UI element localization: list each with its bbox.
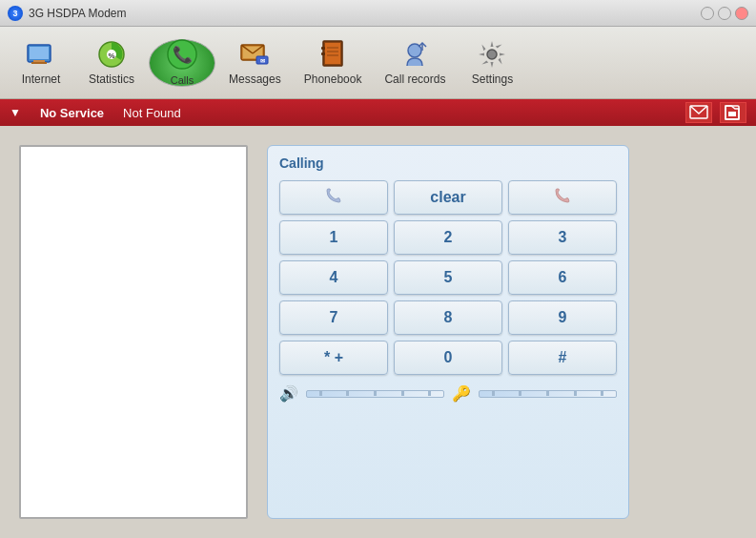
call-icon — [325, 187, 342, 208]
svg-rect-16 — [325, 43, 340, 64]
clear-label: clear — [430, 189, 465, 206]
key-3[interactable]: 3 — [508, 220, 617, 255]
nav-item-messages[interactable]: ✉ Messages — [219, 32, 291, 93]
nav-item-settings[interactable]: Settings — [459, 32, 525, 93]
key-star-plus-label: * + — [324, 349, 343, 366]
nav-item-statistics[interactable]: % Statistics — [78, 32, 145, 93]
key-9[interactable]: 9 — [508, 300, 617, 335]
phonebook-icon — [317, 39, 348, 70]
not-found-text: Not Found — [123, 106, 181, 120]
settings-label: Settings — [472, 72, 513, 86]
svg-rect-2 — [33, 60, 45, 62]
key-0-label: 0 — [444, 349, 453, 366]
caller-display — [19, 145, 248, 519]
key-1-label: 1 — [330, 229, 338, 246]
key-6[interactable]: 6 — [508, 260, 617, 295]
calling-panel: Calling clear — [267, 145, 629, 519]
hangup-icon — [554, 187, 571, 208]
calling-title: Calling — [279, 155, 617, 171]
key-9-label: 9 — [559, 309, 567, 326]
svg-text:%: % — [108, 52, 114, 60]
svg-rect-1 — [30, 47, 49, 59]
slider-dot — [401, 391, 404, 396]
nav-item-callrecords[interactable]: Call records — [375, 32, 455, 93]
statistics-icon: % — [96, 39, 127, 70]
title-bar: 3 3G HSDPA Modem — [0, 0, 756, 27]
slider-dot — [492, 391, 495, 396]
key-7[interactable]: 7 — [279, 300, 388, 335]
key-3-label: 3 — [559, 229, 567, 246]
status-bar: ▼ No Service Not Found — [0, 99, 756, 126]
nav-item-internet[interactable]: Internet — [8, 32, 74, 93]
nav-item-phonebook[interactable]: Phonebook — [295, 32, 372, 93]
key-hash[interactable]: # — [508, 341, 617, 375]
internet-label: Internet — [22, 72, 61, 86]
key-8-label: 8 — [444, 309, 453, 326]
message-status-icon[interactable] — [685, 102, 712, 123]
internet-icon — [26, 39, 56, 70]
volume-slider[interactable] — [306, 390, 444, 398]
phonebook-label: Phonebook — [304, 72, 362, 86]
svg-text:📞: 📞 — [173, 45, 194, 65]
nav-bar: Internet % Statistics 📞 Calls — [0, 27, 756, 99]
key-4[interactable]: 4 — [279, 260, 388, 295]
slider-dot — [374, 391, 377, 396]
svg-text:✉: ✉ — [260, 58, 265, 64]
nav-item-calls[interactable]: 📞 Calls — [149, 39, 215, 87]
key-2-label: 2 — [444, 229, 453, 246]
key-0[interactable]: 0 — [394, 341, 502, 375]
svg-rect-27 — [728, 112, 736, 116]
clear-button[interactable]: clear — [394, 180, 502, 215]
key-5-label: 5 — [444, 269, 453, 286]
slider-dot — [546, 391, 549, 396]
key-7-label: 7 — [330, 309, 338, 326]
slider-dot — [428, 391, 431, 396]
maximize-button[interactable] — [718, 7, 731, 20]
statistics-label: Statistics — [89, 72, 134, 86]
svg-point-24 — [487, 50, 497, 59]
filter-icon: ▼ — [10, 106, 21, 119]
ringtone-slider[interactable] — [479, 390, 617, 398]
no-service-text: No Service — [40, 106, 104, 120]
slider-dot — [319, 391, 322, 396]
call-button[interactable] — [279, 180, 388, 215]
app-icon: 3 — [8, 6, 23, 21]
close-button[interactable] — [735, 7, 748, 20]
window-controls — [701, 7, 748, 20]
svg-rect-3 — [31, 62, 47, 64]
settings-icon — [477, 39, 507, 70]
main-container: Internet % Statistics 📞 Calls — [0, 27, 756, 538]
volume-row: 🔊 🔑 — [279, 384, 617, 403]
key-star-plus[interactable]: * + — [279, 341, 388, 375]
status-right-icons — [685, 102, 746, 123]
slider-dot — [519, 391, 521, 396]
slider-dot — [601, 391, 603, 396]
volume-icon: 🔊 — [279, 384, 298, 403]
messages-icon: ✉ — [239, 39, 270, 70]
key-2[interactable]: 2 — [394, 220, 502, 255]
key-hash-label: # — [559, 349, 567, 366]
minimize-button[interactable] — [701, 7, 714, 20]
key-1[interactable]: 1 — [279, 220, 388, 255]
ringtone-icon: 🔑 — [452, 384, 471, 403]
content-area: Calling clear — [0, 126, 756, 538]
key-6-label: 6 — [559, 269, 567, 286]
slider-dot — [346, 391, 349, 396]
hangup-button[interactable] — [508, 180, 617, 215]
callrecords-icon — [399, 39, 430, 70]
key-5[interactable]: 5 — [394, 260, 502, 295]
slider-dot — [574, 391, 577, 396]
key-8[interactable]: 8 — [394, 300, 502, 335]
svg-rect-21 — [321, 52, 325, 55]
window-title: 3G HSDPA Modem — [29, 7, 701, 20]
keypad-grid: clear 1 2 3 4 5 6 7 8 9 * — [279, 180, 617, 375]
svg-rect-20 — [321, 47, 325, 50]
sim-status-icon[interactable] — [720, 102, 746, 123]
key-4-label: 4 — [330, 269, 338, 286]
calls-label: Calls — [171, 74, 194, 86]
calls-icon: 📞 — [167, 39, 197, 70]
callrecords-label: Call records — [384, 72, 445, 86]
messages-label: Messages — [229, 72, 281, 86]
